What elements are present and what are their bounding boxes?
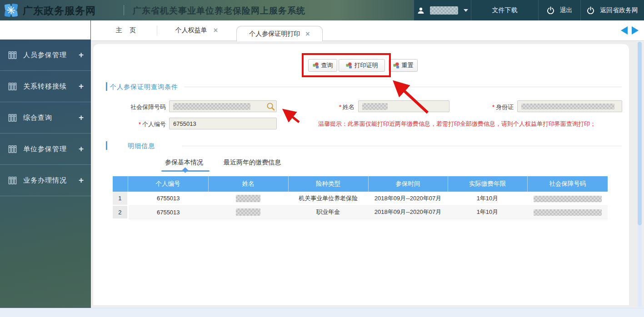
detail-section-title: 明细信息	[128, 142, 155, 150]
logout-label: 退出	[560, 6, 573, 15]
cell-insurance-type: 机关事业单位养老保险	[288, 192, 368, 205]
tab-divider	[157, 26, 157, 35]
tab-home[interactable]: 主 页	[100, 20, 155, 40]
user-icon	[417, 7, 424, 14]
table-row[interactable]: 2 6755013 职业年金 2018年09月--2020年07月 1年10月	[113, 205, 608, 219]
tab-print-certificate[interactable]: 个人参保证明打印 ×	[236, 26, 323, 41]
print-certificate-button[interactable]: 打印证明	[339, 59, 385, 72]
col-header-insurance-type: 险种类型	[288, 176, 368, 192]
content-area: 查询 打印证明 重置 个人参保证明查询	[91, 41, 644, 308]
lookup-magnifier-icon[interactable]	[266, 102, 275, 111]
scrollbar-thumb[interactable]	[638, 42, 642, 225]
tab-label: 个人参保证明打印	[249, 30, 300, 38]
tab-scroll-right-icon[interactable]	[632, 26, 639, 35]
subtab-basic-info[interactable]: 参保基本情况	[165, 158, 203, 167]
row-index: 1	[113, 192, 128, 205]
page-footer	[0, 308, 644, 317]
sidebar-item-business-status[interactable]: 业务办理情况 +	[0, 165, 91, 196]
sidebar-item-label: 单位参保管理	[23, 145, 67, 154]
query-section-title: 个人参保证明查询条件	[110, 83, 178, 91]
books-icon	[8, 176, 17, 185]
back-portal-button[interactable]: 返回省政务网	[580, 0, 644, 20]
name-value-masked	[362, 103, 388, 110]
user-menu[interactable]	[414, 0, 471, 20]
sidebar-item-label: 关系转移接续	[23, 82, 67, 91]
cell-paid-years: 1年10月	[448, 205, 527, 219]
sidebar: 人员参保管理 + 关系转移接续 +	[0, 20, 91, 308]
ssn-field[interactable]	[169, 100, 277, 112]
required-asterisk: *	[139, 121, 141, 128]
name-label: *姓名	[300, 103, 354, 111]
query-label: 查询	[321, 61, 333, 69]
section-accent-bar	[106, 82, 107, 91]
col-header-paid-years: 实际缴费年限	[448, 176, 527, 192]
cell-insurance-type: 职业年金	[288, 205, 368, 219]
expand-plus-icon[interactable]: +	[79, 50, 84, 60]
books-icon	[8, 114, 17, 122]
power-icon	[547, 6, 554, 14]
sidebar-item-unit-insurance[interactable]: 单位参保管理 +	[0, 134, 91, 165]
expand-plus-icon[interactable]: +	[79, 81, 84, 91]
subtab-label: 参保基本情况	[165, 158, 203, 166]
close-icon[interactable]: ×	[214, 26, 218, 35]
tab-label: 个人权益单	[175, 26, 207, 35]
table-row[interactable]: 1 6755013 机关事业单位养老保险 2018年09月--2020年07月 …	[113, 192, 608, 205]
sidebar-item-label: 综合查询	[23, 114, 52, 122]
cell-period: 2018年09月--2020年07月	[368, 192, 448, 205]
col-header-period: 参保时间	[368, 176, 448, 192]
sidebar-item-label: 业务办理情况	[23, 176, 67, 185]
personal-no-label: *个人编号	[102, 120, 166, 129]
tab-scroll-left-icon[interactable]	[621, 26, 628, 35]
power-icon	[587, 6, 594, 14]
query-button[interactable]: 查询	[308, 59, 337, 72]
col-header-index	[113, 176, 128, 192]
file-download-label: 文件下载	[492, 6, 518, 15]
main-panel: 查询 打印证明 重置 个人参保证明查询	[93, 44, 629, 305]
cell-paid-years: 1年10月	[448, 192, 527, 205]
sidebar-search-input[interactable]	[6, 26, 90, 34]
print-certificate-label: 打印证明	[354, 61, 378, 69]
sidebar-item-relation-transfer[interactable]: 关系转移接续 +	[0, 71, 91, 102]
section-divider	[184, 87, 622, 87]
subtab-recent-payments[interactable]: 最近两年的缴费信息	[224, 158, 281, 167]
required-asterisk: *	[339, 104, 341, 110]
back-portal-label: 返回省政务网	[600, 6, 638, 15]
col-header-ssn: 社会保障号码	[527, 176, 608, 192]
header-menu: 文件下载 退出 返回省政务网	[414, 0, 644, 20]
system-title: 广东省机关事业单位养老保险网上服务系统	[133, 5, 305, 17]
cell-name-masked	[208, 192, 288, 205]
row-index: 2	[113, 205, 128, 219]
close-icon[interactable]: ×	[305, 30, 310, 38]
logout-button[interactable]: 退出	[538, 0, 580, 20]
name-field[interactable]	[358, 100, 449, 112]
file-download-button[interactable]: 文件下载	[471, 0, 538, 20]
cell-ssn-masked	[527, 205, 608, 219]
reset-label: 重置	[402, 61, 414, 69]
section-divider	[182, 146, 622, 146]
sidebar-item-comprehensive-query[interactable]: 综合查询 +	[0, 102, 91, 134]
user-name-masked	[430, 6, 458, 15]
books-icon	[8, 145, 17, 154]
ssn-label: 社会保障号码	[102, 103, 166, 111]
tab-personal-rights[interactable]: 个人权益单 ×	[159, 20, 234, 40]
personal-no-label-text: 个人编号	[142, 121, 166, 128]
header-divider	[124, 5, 124, 15]
sidebar-item-personnel-insurance[interactable]: 人员参保管理 +	[0, 40, 91, 71]
cell-personal-no: 6755013	[128, 192, 208, 205]
sidebar-item-label: 人员参保管理	[23, 51, 67, 59]
cell-period: 2018年09月--2020年07月	[368, 205, 448, 219]
sidebar-search-box[interactable]	[0, 20, 90, 40]
expand-plus-icon[interactable]: +	[79, 175, 84, 185]
brand-title: 广东政务服务网	[23, 4, 96, 18]
col-header-name: 姓名	[208, 176, 288, 192]
app-window: 广东政务服务网 广东省机关事业单位养老保险网上服务系统 文件下载 退出	[0, 0, 644, 317]
personal-no-field[interactable]	[169, 118, 277, 129]
vertical-scrollbar[interactable]	[638, 42, 642, 307]
cell-ssn-masked	[527, 192, 608, 205]
brand-pinwheel-logo-icon	[4, 3, 19, 18]
id-card-field[interactable]	[517, 100, 622, 112]
reset-button[interactable]: 重置	[389, 59, 418, 72]
books-icon	[8, 82, 17, 91]
expand-plus-icon[interactable]: +	[79, 113, 84, 123]
expand-plus-icon[interactable]: +	[79, 144, 84, 154]
